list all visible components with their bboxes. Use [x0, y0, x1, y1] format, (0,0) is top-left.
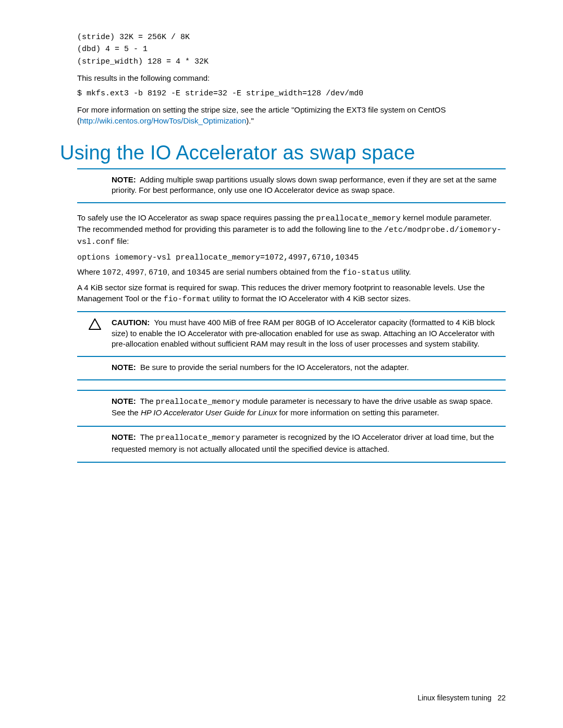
text-results-in: This results in the following command: [77, 73, 506, 83]
note-label: NOTE: [112, 363, 136, 372]
text-more-info: For more information on setting the stri… [77, 105, 506, 126]
inline-code: preallocate_memory [316, 214, 401, 223]
footer-page-number: 22 [497, 694, 506, 702]
text-fragment: , [144, 267, 149, 276]
inline-code: fio-format [164, 295, 211, 304]
para-serials: Where 1072, 4997, 6710, and 10345 are se… [77, 267, 506, 278]
text-fragment: for more information on setting this par… [277, 408, 439, 417]
note-label: NOTE: [112, 175, 136, 184]
code-mkfs: $ mkfs.ext3 -b 8192 -E stride=32 -E stri… [77, 88, 506, 100]
note-text: Be sure to provide the serial numbers fo… [140, 363, 409, 372]
text-fragment: are serial numbers obtained from the [211, 267, 342, 276]
text-fragment: utility to format the IO Accelerator wit… [211, 294, 411, 303]
text-fragment: Where [77, 267, 102, 276]
note-block-1: NOTE: Adding multiple swap partitions us… [77, 168, 506, 203]
inline-code: 4997 [126, 268, 144, 277]
caution-block: CAUTION: You must have 400 MiB of free R… [77, 311, 506, 356]
text-fragment: utility. [389, 267, 411, 276]
inline-code: preallocate_memory [156, 434, 240, 442]
page-footer: Linux filesystem tuning 22 [418, 694, 506, 702]
caution-triangle-icon [89, 318, 101, 331]
note-block-stack: NOTE: The preallocate_memory module para… [77, 390, 506, 463]
caution-text: You must have 400 MiB of free RAM per 80… [112, 318, 495, 348]
italic-text: HP IO Accelerator User Guide for Linux [141, 408, 277, 417]
code-options: options iomemory-vsl preallocate_memory=… [77, 252, 506, 264]
code-stride-calc: (stride) 32K = 256K / 8K (dbd) 4 = 5 - 1… [77, 31, 506, 68]
inline-code: preallocate_memory [156, 398, 240, 406]
text-fragment: To safely use the IO Accelerator as swap… [77, 213, 316, 222]
text-fragment: , and [167, 267, 187, 276]
note-label: NOTE: [112, 433, 136, 441]
inline-code: 1072 [102, 268, 121, 277]
text-fragment: The [140, 397, 156, 405]
section-heading: Using the IO Accelerator as swap space [60, 142, 506, 164]
note-label: NOTE: [112, 397, 136, 405]
note-row-4: NOTE: The preallocate_memory parameter i… [77, 426, 506, 462]
text-fragment: )." [246, 116, 254, 125]
inline-code: 10345 [187, 268, 211, 277]
text-fragment: file: [115, 237, 129, 245]
text-fragment: The [140, 433, 156, 441]
note-row-3: NOTE: The preallocate_memory module para… [77, 390, 506, 426]
document-page: (stride) 32K = 256K / 8K (dbd) 4 = 5 - 1… [0, 0, 563, 728]
text-fragment: , [121, 267, 125, 276]
para-sector-size: A 4 KiB sector size format is required f… [77, 282, 506, 305]
inline-code: 6710 [149, 268, 167, 277]
caution-label: CAUTION: [112, 318, 150, 327]
note-text: Adding multiple swap partitions usually … [112, 175, 497, 195]
para-preallocate: To safely use the IO Accelerator as swap… [77, 213, 506, 248]
link-centos-wiki[interactable]: http://wiki.centos.org/HowTos/Disk_Optim… [80, 116, 246, 125]
inline-code: fio-status [342, 268, 389, 277]
note-block-2: NOTE: Be sure to provide the serial numb… [77, 356, 506, 380]
footer-title: Linux filesystem tuning [418, 694, 492, 702]
